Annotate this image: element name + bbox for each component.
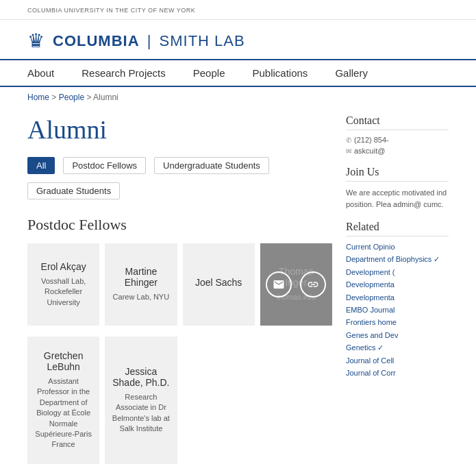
sidebar: Contact ✆ (212) 854- ✉ askcuit@ Join Us … xyxy=(346,108,449,475)
related-link-3[interactable]: Developmenta xyxy=(346,280,449,290)
sidebar-join-text: We are acceptic motivated ind position. … xyxy=(346,187,449,210)
nav-publications[interactable]: Publications xyxy=(238,60,321,86)
person-affiliation: Research Associate in Dr Belmonte's lab … xyxy=(112,392,170,435)
person-card-gretchen[interactable]: Gretchen LeBuhn Assistant Professor in t… xyxy=(27,337,99,464)
sidebar-join-title: Join Us xyxy=(346,166,449,182)
page-title: Alumni xyxy=(27,114,332,145)
person-name: Gretchen LeBuhn xyxy=(34,350,92,372)
postdoc-grid-row2: Gretchen LeBuhn Assistant Professor in t… xyxy=(27,337,332,464)
nav-gallery[interactable]: Gallery xyxy=(321,60,381,86)
content-area: Alumni All Postdoc Fellows Undergraduate… xyxy=(27,108,332,475)
breadcrumb-people[interactable]: People xyxy=(59,93,84,102)
person-affiliation: Vosshall Lab, Rockefeller University xyxy=(34,276,92,308)
logo-lab: SMITH LAB xyxy=(160,32,245,49)
phone-icon: ✆ xyxy=(346,136,351,144)
sidebar-contact: Contact ✆ (212) 854- ✉ askcuit@ xyxy=(346,114,449,155)
breadcrumb-sep1: > xyxy=(51,93,58,102)
email-icon-button[interactable] xyxy=(266,271,292,297)
filter-grad[interactable]: Graduate Students xyxy=(27,182,120,199)
filter-row: All Postdoc Fellows Undergraduate Studen… xyxy=(27,157,332,199)
nav-about[interactable]: About xyxy=(27,60,68,86)
main-layout: Alumni All Postdoc Fellows Undergraduate… xyxy=(0,108,476,475)
sidebar-phone: ✆ (212) 854- xyxy=(346,136,449,144)
related-link-5[interactable]: EMBO Journal xyxy=(346,305,449,315)
filter-postdoc[interactable]: Postdoc Fellows xyxy=(63,157,146,174)
related-link-7[interactable]: Genes and Dev xyxy=(346,330,449,341)
person-name: Jessica Shade, Ph.D. xyxy=(112,366,170,388)
person-card-jessica[interactable]: Jessica Shade, Ph.D. Research Associate … xyxy=(105,337,177,464)
person-card-joel[interactable]: Joel Sachs xyxy=(183,243,255,326)
top-bar: COLUMBIA UNIVERSITY IN THE CITY OF NEW Y… xyxy=(0,0,476,20)
filter-all[interactable]: All xyxy=(27,157,55,174)
sidebar-join: Join Us We are acceptic motivated ind po… xyxy=(346,166,449,210)
main-nav: About Research Projects People Publicati… xyxy=(0,59,476,87)
person-card-erol[interactable]: Erol Akçay Vosshall Lab, Rockefeller Uni… xyxy=(27,243,99,326)
related-link-8[interactable]: Genetics ✓ xyxy=(346,343,449,353)
breadcrumb: Home > People > Alumni xyxy=(0,87,476,108)
filter-undergrad[interactable]: Undergraduate Students xyxy=(154,157,269,174)
nav-people[interactable]: People xyxy=(179,60,239,86)
email-icon: ✉ xyxy=(346,147,351,155)
person-card-martine[interactable]: Martine Ehinger Carew Lab, NYU xyxy=(105,243,177,326)
related-link-4[interactable]: Developmenta xyxy=(346,293,449,303)
related-link-0[interactable]: Current Opinio xyxy=(346,242,449,252)
breadcrumb-current: Alumni xyxy=(93,93,118,102)
sidebar-related: Related Current Opinio Department of Bio… xyxy=(346,221,449,378)
logo-area: ♛ COLUMBIA | SMITH LAB xyxy=(0,20,476,59)
logo-divider: | xyxy=(147,32,152,49)
related-link-9[interactable]: Journal of Cell xyxy=(346,356,449,366)
person-name: Erol Akçay xyxy=(41,261,86,272)
person-affiliation: Carew Lab, NYU xyxy=(113,292,170,302)
nav-research[interactable]: Research Projects xyxy=(68,60,179,86)
logo-university: COLUMBIA xyxy=(53,32,140,49)
logo-text: COLUMBIA | SMITH LAB xyxy=(53,32,245,50)
link-icon-button[interactable] xyxy=(300,271,326,297)
sidebar-contact-title: Contact xyxy=(346,114,449,130)
person-name: Martine Ehinger xyxy=(112,266,170,288)
sidebar-email: ✉ askcuit@ xyxy=(346,147,449,155)
breadcrumb-sep2: > xyxy=(86,93,93,102)
hover-icons xyxy=(266,271,326,297)
breadcrumb-home[interactable]: Home xyxy=(27,93,49,102)
phone-number: (212) 854- xyxy=(354,136,389,144)
related-link-6[interactable]: Frontiers home xyxy=(346,317,449,328)
related-link-2[interactable]: Development ( xyxy=(346,267,449,278)
person-card-thomas[interactable]: Thomas Inger thomas.edu xyxy=(260,243,332,326)
related-link-1[interactable]: Department of Biophysics ✓ xyxy=(346,254,449,265)
email-address: askcuit@ xyxy=(354,147,385,155)
postdoc-grid-row1: Erol Akçay Vosshall Lab, Rockefeller Uni… xyxy=(27,243,332,326)
related-link-10[interactable]: Journal of Corr xyxy=(346,368,449,378)
crown-icon: ♛ xyxy=(27,29,45,52)
person-name: Joel Sachs xyxy=(195,277,242,288)
postdoc-heading: Postdoc Fellows xyxy=(27,216,332,234)
person-affiliation: Assistant Professor in the Department of… xyxy=(34,376,92,450)
university-name: COLUMBIA UNIVERSITY IN THE CITY OF NEW Y… xyxy=(27,7,195,14)
sidebar-related-title: Related xyxy=(346,221,449,236)
